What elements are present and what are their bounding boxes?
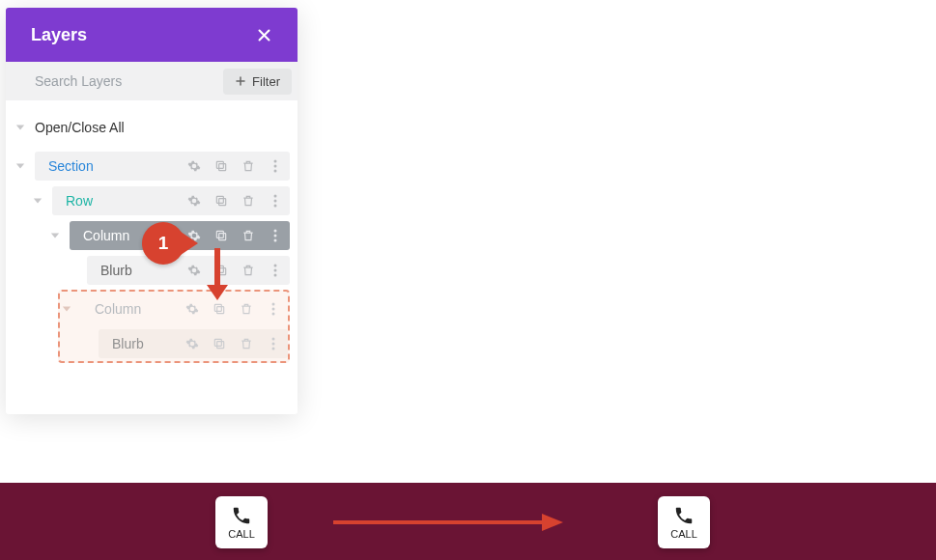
step-badge-1: 1 bbox=[142, 222, 184, 265]
duplicate-icon[interactable] bbox=[213, 302, 226, 316]
footer-band: CALL CALL bbox=[0, 483, 936, 560]
call-card-after[interactable]: CALL bbox=[658, 496, 710, 548]
svg-point-10 bbox=[274, 170, 277, 173]
svg-point-36 bbox=[272, 338, 275, 341]
search-input[interactable] bbox=[6, 73, 223, 89]
svg-marker-17 bbox=[51, 234, 59, 238]
caret-icon[interactable] bbox=[14, 159, 27, 173]
call-card-before[interactable]: CALL bbox=[215, 496, 268, 548]
svg-marker-42 bbox=[542, 514, 563, 531]
duplicate-icon[interactable] bbox=[214, 159, 228, 173]
svg-point-21 bbox=[274, 235, 277, 238]
filter-button[interactable]: Filter bbox=[223, 69, 292, 95]
svg-point-38 bbox=[272, 348, 275, 350]
more-icon[interactable] bbox=[267, 337, 280, 350]
svg-point-31 bbox=[272, 303, 275, 306]
svg-point-14 bbox=[274, 195, 277, 198]
layers-panel: Layers Filter Open/Close All Section bbox=[6, 8, 298, 414]
blurb-row-2[interactable]: Blurb bbox=[77, 326, 288, 361]
row-actions bbox=[185, 302, 288, 316]
trash-icon[interactable] bbox=[241, 264, 255, 277]
right-arrow-icon bbox=[333, 512, 563, 533]
row-actions bbox=[185, 337, 288, 350]
call-label-2: CALL bbox=[670, 528, 697, 540]
badge-number: 1 bbox=[158, 233, 169, 254]
trash-icon[interactable] bbox=[241, 159, 255, 173]
gear-icon[interactable] bbox=[187, 194, 201, 208]
search-row: Filter bbox=[6, 62, 298, 100]
svg-rect-12 bbox=[219, 199, 226, 206]
row-actions bbox=[187, 229, 290, 242]
svg-point-37 bbox=[272, 343, 275, 346]
panel-header: Layers bbox=[6, 8, 298, 62]
gear-icon[interactable] bbox=[185, 337, 199, 350]
filter-label: Filter bbox=[252, 74, 280, 89]
svg-point-9 bbox=[274, 165, 277, 168]
section-chip[interactable]: Section bbox=[35, 152, 290, 181]
svg-point-25 bbox=[274, 265, 277, 267]
blurb-chip-2[interactable]: Blurb bbox=[99, 329, 288, 358]
more-icon[interactable] bbox=[269, 229, 282, 242]
close-button[interactable] bbox=[256, 27, 272, 43]
blurb-label-2: Blurb bbox=[112, 336, 185, 351]
svg-point-27 bbox=[274, 274, 277, 277]
phone-icon bbox=[231, 505, 252, 526]
more-icon[interactable] bbox=[269, 264, 282, 277]
svg-marker-5 bbox=[16, 164, 24, 169]
row-chip[interactable]: Row bbox=[52, 186, 290, 215]
svg-rect-34 bbox=[217, 342, 224, 349]
trash-icon[interactable] bbox=[240, 302, 253, 316]
row-label: Row bbox=[66, 193, 187, 209]
open-close-label: Open/Close All bbox=[35, 120, 290, 135]
caret-icon[interactable] bbox=[14, 121, 27, 134]
drop-target-ghost: Column Blurb bbox=[58, 290, 290, 363]
duplicate-icon[interactable] bbox=[214, 194, 228, 208]
svg-rect-13 bbox=[216, 196, 223, 203]
trash-icon[interactable] bbox=[241, 229, 255, 242]
column-label-2: Column bbox=[95, 301, 185, 317]
row-row[interactable]: Row bbox=[31, 183, 290, 218]
more-icon[interactable] bbox=[267, 302, 280, 316]
caret-icon[interactable] bbox=[60, 302, 73, 316]
blurb-chip-1[interactable]: Blurb bbox=[87, 256, 290, 285]
caret-icon[interactable] bbox=[31, 194, 44, 208]
column-row-2[interactable]: Column bbox=[60, 292, 288, 326]
svg-marker-40 bbox=[207, 285, 228, 300]
duplicate-icon[interactable] bbox=[214, 229, 228, 242]
more-icon[interactable] bbox=[269, 159, 282, 173]
gear-icon[interactable] bbox=[185, 302, 199, 316]
caret-icon[interactable] bbox=[48, 229, 62, 242]
svg-rect-7 bbox=[216, 161, 223, 168]
phone-icon bbox=[673, 505, 695, 526]
svg-point-15 bbox=[274, 200, 277, 203]
svg-point-22 bbox=[274, 239, 277, 242]
svg-rect-6 bbox=[219, 164, 226, 171]
close-icon bbox=[256, 27, 272, 43]
row-actions bbox=[187, 159, 290, 173]
section-label: Section bbox=[48, 158, 187, 174]
svg-point-8 bbox=[274, 160, 277, 163]
open-close-row[interactable]: Open/Close All bbox=[14, 110, 290, 145]
svg-point-33 bbox=[272, 313, 275, 316]
svg-point-16 bbox=[274, 205, 277, 208]
svg-marker-11 bbox=[34, 199, 42, 204]
svg-rect-35 bbox=[214, 339, 221, 346]
svg-rect-29 bbox=[217, 307, 224, 314]
svg-rect-18 bbox=[219, 234, 226, 240]
svg-rect-19 bbox=[216, 231, 223, 238]
more-icon[interactable] bbox=[269, 194, 282, 208]
gear-icon[interactable] bbox=[187, 159, 201, 173]
section-row[interactable]: Section bbox=[14, 149, 290, 183]
blurb-label-1: Blurb bbox=[100, 263, 187, 278]
trash-icon[interactable] bbox=[240, 337, 253, 350]
svg-point-20 bbox=[274, 230, 277, 233]
down-arrow-icon bbox=[203, 248, 232, 301]
svg-marker-4 bbox=[16, 126, 24, 130]
trash-icon[interactable] bbox=[241, 194, 255, 208]
gear-icon[interactable] bbox=[187, 264, 201, 277]
plus-icon bbox=[235, 75, 246, 87]
svg-point-32 bbox=[272, 308, 275, 311]
column-chip-2[interactable]: Column bbox=[81, 294, 288, 323]
duplicate-icon[interactable] bbox=[213, 337, 226, 350]
row-actions bbox=[187, 194, 290, 208]
